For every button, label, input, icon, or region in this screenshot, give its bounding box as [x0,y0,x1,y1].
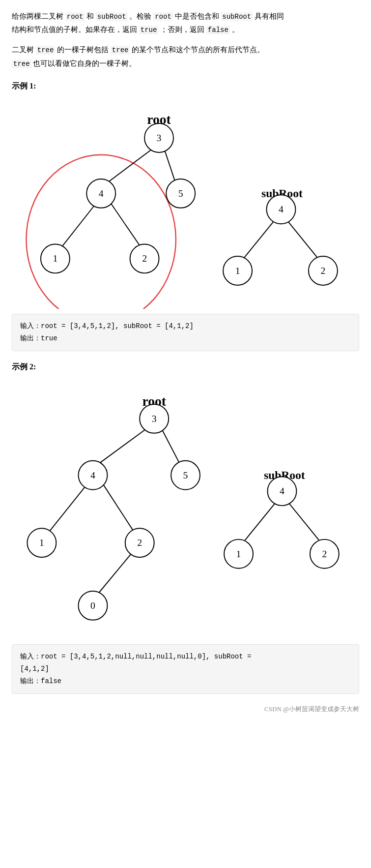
code-false: false [206,26,230,34]
svg-text:4: 4 [90,470,95,480]
svg-text:1: 1 [235,266,240,276]
code-tree1: tree [36,46,56,55]
example1-input: 输入：root = [3,4,5,1,2], subRoot = [4,1,2] [20,322,194,330]
svg-line-6 [111,203,142,249]
example2-input: 输入：root = [3,4,5,1,2,null,null,null,null… [20,653,251,660]
svg-point-0 [26,155,175,309]
svg-text:0: 0 [90,600,95,610]
intro-paragraph: 给你两棵二叉树 root 和 subRoot 。检验 root 中是否包含和 s… [12,10,359,36]
svg-text:1: 1 [39,538,44,548]
svg-text:5: 5 [178,188,183,199]
footer-text: CSDN @小树苗渴望变成参天大树 [12,704,359,715]
code-true: true [139,26,159,34]
svg-line-4 [164,148,176,184]
code-root2: root [153,12,173,21]
svg-text:2: 2 [142,253,147,264]
svg-line-30 [104,484,135,533]
example2-input2: [4,1,2] [20,665,49,673]
svg-text:1: 1 [53,253,57,264]
svg-text:2: 2 [137,538,142,548]
code-tree2: tree [111,46,130,55]
svg-line-17 [243,220,275,259]
code-subroot1: subRoot [96,12,128,21]
example2-output: 输出：false [20,677,61,685]
intro-subtree: 二叉树 tree 的一棵子树包括 tree 的某个节点和这个节点的所有后代节点。… [12,43,359,70]
example1-output: 输出：true [20,334,57,342]
example1-title: 示例 1: [12,79,359,92]
svg-text:5: 5 [183,470,188,480]
svg-text:2: 2 [322,548,327,559]
svg-line-5 [60,203,96,249]
svg-line-31 [96,553,132,596]
svg-line-27 [96,428,147,466]
example2-title: 示例 2: [12,360,359,373]
svg-line-44 [245,502,276,540]
svg-text:2: 2 [320,266,325,276]
code-root: root [65,12,85,21]
example2-code: 输入：root = [3,4,5,1,2,null,null,null,null… [12,644,359,694]
svg-text:1: 1 [236,548,241,559]
svg-text:3: 3 [152,413,157,423]
code-tree3: tree [12,60,31,68]
example2-diagram: root subRoot 3 4 5 1 2 0 [12,379,359,639]
svg-line-3 [106,148,154,184]
svg-line-45 [288,502,319,540]
svg-text:4: 4 [279,204,284,214]
svg-text:4: 4 [99,188,104,199]
code-subroot2: subRoot [221,12,253,21]
svg-line-28 [161,428,180,466]
example1-diagram: root subRoot 3 4 5 1 2 [12,97,359,309]
svg-line-29 [48,484,87,533]
svg-text:3: 3 [157,133,162,143]
svg-line-18 [287,220,318,259]
svg-text:4: 4 [280,486,285,496]
example1-code: 输入：root = [3,4,5,1,2], subRoot = [4,1,2]… [12,314,359,351]
